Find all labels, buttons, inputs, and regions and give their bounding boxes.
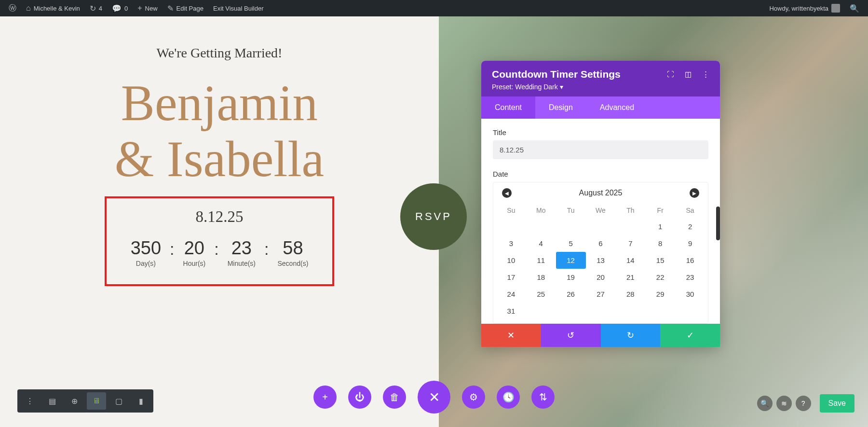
- calendar-day[interactable]: 25: [526, 286, 556, 303]
- tab-content[interactable]: Content: [481, 96, 535, 119]
- user-avatar: [831, 4, 840, 13]
- plus-icon: +: [137, 4, 142, 13]
- calendar-day[interactable]: 6: [586, 235, 616, 252]
- calendar-day[interactable]: 21: [615, 269, 645, 286]
- calendar-day[interactable]: 14: [615, 252, 645, 269]
- desktop-view[interactable]: 🖥: [87, 392, 106, 410]
- settings-scrollbar[interactable]: [716, 207, 720, 240]
- snap-icon[interactable]: ◫: [685, 70, 692, 79]
- hero-section: We're Getting Married! Benjamin & Isabel…: [0, 16, 439, 427]
- calendar-dow: Fr: [645, 203, 675, 218]
- settings-button[interactable]: ⚙: [462, 386, 485, 409]
- trash-button[interactable]: 🗑: [383, 386, 406, 409]
- power-button[interactable]: ⏻: [348, 386, 371, 409]
- exit-visual-builder[interactable]: Exit Visual Builder: [208, 0, 269, 16]
- site-name: Michelle & Kevin: [34, 5, 80, 12]
- calendar-dow: Su: [496, 203, 526, 218]
- updates-link[interactable]: ↻4: [85, 0, 107, 16]
- preset-selector[interactable]: Preset: Wedding Dark ▾: [492, 83, 709, 91]
- new-content-link[interactable]: +New: [133, 0, 162, 16]
- settings-confirm-button[interactable]: ✓: [660, 324, 720, 347]
- calendar-day[interactable]: 26: [556, 286, 586, 303]
- layers-icon[interactable]: ≋: [776, 396, 792, 411]
- search-icon: 🔍: [850, 4, 859, 13]
- search-toggle[interactable]: 🔍: [845, 0, 864, 16]
- settings-close-button[interactable]: ✕: [481, 324, 541, 347]
- rsvp-button[interactable]: RSVP: [400, 183, 467, 250]
- calendar-day[interactable]: 15: [645, 252, 675, 269]
- view-toolbar: ⋮ ▤ ⊕ 🖥 ▢ ▮: [17, 389, 153, 413]
- calendar-day[interactable]: 20: [586, 269, 616, 286]
- calendar-day[interactable]: 10: [496, 252, 526, 269]
- history-button[interactable]: 🕓: [497, 386, 520, 409]
- calendar-day[interactable]: 7: [615, 235, 645, 252]
- calendar-day[interactable]: 17: [496, 269, 526, 286]
- calendar-day[interactable]: 3: [496, 235, 526, 252]
- calendar-day[interactable]: 28: [615, 286, 645, 303]
- builder-toolbar: + ⏻ 🗑 ✕ ⚙ 🕓 ⇅: [313, 381, 555, 413]
- title-input[interactable]: [493, 140, 708, 159]
- save-button[interactable]: Save: [820, 394, 854, 413]
- calendar-day[interactable]: 31: [496, 303, 526, 319]
- menu-icon[interactable]: ⋮: [20, 392, 40, 410]
- calendar-day[interactable]: 23: [675, 269, 705, 286]
- settings-redo-button[interactable]: ↻: [601, 324, 661, 347]
- phone-view[interactable]: ▮: [131, 392, 150, 410]
- calendar-day[interactable]: 11: [526, 252, 556, 269]
- countdown-days: 350: [131, 238, 161, 259]
- calendar-day[interactable]: 24: [496, 286, 526, 303]
- settings-tabs: Content Design Advanced: [481, 96, 720, 119]
- calendar-dow: Mo: [526, 203, 556, 218]
- settings-actions: ✕ ↺ ↻ ✓: [481, 324, 720, 347]
- title-field-label: Title: [493, 128, 708, 137]
- close-builder-button[interactable]: ✕: [418, 381, 450, 413]
- date-field-label: Date: [493, 170, 708, 178]
- calendar-day[interactable]: 30: [675, 286, 705, 303]
- more-icon[interactable]: ⋮: [702, 70, 709, 79]
- calendar-day[interactable]: 13: [586, 252, 616, 269]
- howdy-user[interactable]: Howdy, writtenbyekta: [764, 0, 845, 16]
- calendar-day[interactable]: 4: [526, 235, 556, 252]
- calendar-day[interactable]: 22: [645, 269, 675, 286]
- calendar-prev[interactable]: ◀: [502, 188, 512, 198]
- calendar-day[interactable]: 19: [556, 269, 586, 286]
- calendar-dow: We: [586, 203, 616, 218]
- site-name-link[interactable]: ⌂Michelle & Kevin: [21, 0, 85, 16]
- calendar-dow: Th: [615, 203, 645, 218]
- pencil-icon: ✎: [167, 4, 174, 13]
- calendar-day[interactable]: 9: [675, 235, 705, 252]
- calendar-day[interactable]: 27: [586, 286, 616, 303]
- settings-undo-button[interactable]: ↺: [541, 324, 601, 347]
- tab-design[interactable]: Design: [535, 96, 586, 119]
- edit-page-link[interactable]: ✎Edit Page: [163, 0, 208, 16]
- calendar-next[interactable]: ▶: [690, 188, 699, 198]
- wordpress-icon: ⓦ: [9, 3, 16, 14]
- wp-logo[interactable]: ⓦ: [4, 0, 21, 16]
- calendar-day[interactable]: 2: [675, 218, 705, 235]
- add-button[interactable]: +: [313, 386, 337, 409]
- calendar-day[interactable]: 29: [645, 286, 675, 303]
- wp-admin-bar: ⓦ ⌂Michelle & Kevin ↻4 💬0 +New ✎Edit Pag…: [0, 0, 868, 16]
- tab-advanced[interactable]: Advanced: [586, 96, 648, 119]
- find-icon[interactable]: 🔍: [757, 396, 773, 411]
- countdown-units: 350Day(s) : 20Hour(s) : 23Minute(s) : 58…: [131, 238, 309, 267]
- tablet-view[interactable]: ▢: [109, 392, 128, 410]
- expand-icon[interactable]: ⛶: [667, 70, 674, 79]
- countdown-module[interactable]: 8.12.25 350Day(s) : 20Hour(s) : 23Minute…: [105, 196, 335, 286]
- hero-names: Benjamin & Isabella: [115, 75, 324, 187]
- wireframe-view[interactable]: ▤: [42, 392, 62, 410]
- calendar-day[interactable]: 16: [675, 252, 705, 269]
- zoom-view[interactable]: ⊕: [65, 392, 84, 410]
- help-icon[interactable]: ?: [796, 396, 811, 411]
- calendar-day[interactable]: 1: [645, 218, 675, 235]
- module-settings-panel: Countdown Timer Settings ⛶ ◫ ⋮ Preset: W…: [481, 61, 720, 347]
- home-icon: ⌂: [26, 4, 31, 13]
- comments-link[interactable]: 💬0: [107, 0, 133, 16]
- sort-button[interactable]: ⇅: [531, 386, 555, 409]
- countdown-minutes: 23: [228, 238, 256, 259]
- calendar-day[interactable]: 18: [526, 269, 556, 286]
- settings-header[interactable]: Countdown Timer Settings ⛶ ◫ ⋮ Preset: W…: [481, 61, 720, 96]
- calendar-day[interactable]: 8: [645, 235, 675, 252]
- calendar-day[interactable]: 12: [556, 252, 586, 269]
- calendar-day[interactable]: 5: [556, 235, 586, 252]
